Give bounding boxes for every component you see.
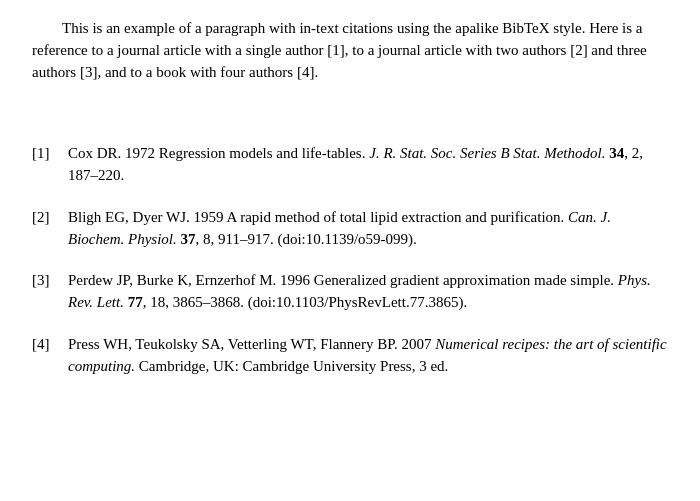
ref-label-1: [1] (32, 143, 68, 165)
ref-content-3: Perdew JP, Burke K, Ernzerhof M. 1996 Ge… (68, 270, 668, 314)
reference-item-4: [4]Press WH, Teukolsky SA, Vetterling WT… (32, 334, 668, 378)
reference-item-1: [1]Cox DR. 1972 Regression models and li… (32, 143, 668, 187)
ref-content-2: Bligh EG, Dyer WJ. 1959 A rapid method o… (68, 207, 668, 251)
intro-paragraph: This is an example of a paragraph with i… (32, 18, 668, 83)
ref-content-4: Press WH, Teukolsky SA, Vetterling WT, F… (68, 334, 668, 378)
reference-item-2: [2]Bligh EG, Dyer WJ. 1959 A rapid metho… (32, 207, 668, 251)
ref-content-1: Cox DR. 1972 Regression models and life-… (68, 143, 668, 187)
ref-label-3: [3] (32, 270, 68, 292)
ref-label-4: [4] (32, 334, 68, 356)
ref-label-2: [2] (32, 207, 68, 229)
reference-item-3: [3]Perdew JP, Burke K, Ernzerhof M. 1996… (32, 270, 668, 314)
references-section: [1]Cox DR. 1972 Regression models and li… (32, 143, 668, 377)
